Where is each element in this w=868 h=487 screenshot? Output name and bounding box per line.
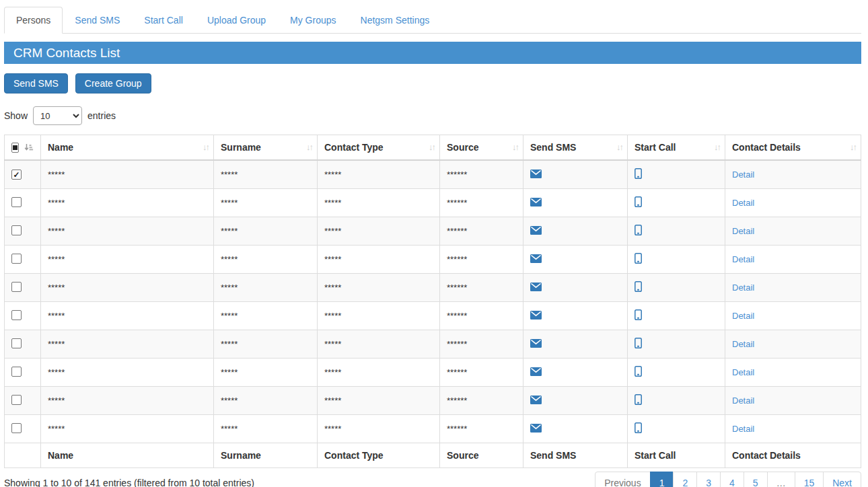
name-cell: ***** (41, 217, 214, 246)
pagination-page[interactable]: 2 (673, 472, 697, 487)
start-call-cell (628, 415, 725, 443)
phone-icon[interactable] (635, 422, 642, 433)
detail-link[interactable]: Detail (732, 339, 754, 349)
tab-upload-group[interactable]: Upload Group (195, 7, 278, 34)
email-icon[interactable] (530, 283, 542, 291)
phone-icon[interactable] (635, 309, 642, 320)
start-call-cell (628, 302, 725, 330)
row-checkbox[interactable] (11, 338, 22, 348)
surname-cell: ***** (214, 415, 318, 443)
detail-link[interactable]: Detail (732, 170, 754, 180)
phone-icon[interactable] (635, 253, 642, 264)
tab-my-groups[interactable]: My Groups (278, 7, 348, 34)
email-icon[interactable] (530, 226, 542, 235)
contact-details-cell: Detail (725, 246, 861, 274)
phone-icon[interactable] (635, 394, 642, 405)
row-checkbox[interactable] (11, 423, 22, 433)
row-checkbox[interactable] (11, 282, 22, 292)
footer-start-call: Start Call (628, 443, 725, 468)
pagination-next[interactable]: Next (823, 472, 861, 487)
tab-persons[interactable]: Persons (4, 7, 63, 34)
source-cell: ****** (440, 189, 523, 217)
source-cell: ****** (440, 217, 523, 246)
table-row: ***** ***** ***** ****** Detail (5, 160, 861, 189)
start-call-cell (628, 246, 725, 274)
phone-icon[interactable] (635, 366, 642, 377)
contact-type-cell: ***** (318, 330, 440, 359)
send-sms-cell (523, 246, 628, 274)
row-checkbox[interactable] (11, 395, 22, 405)
sort-icon: ↓↑ (616, 142, 622, 152)
table-row: ***** ***** ***** ****** Detail (5, 189, 861, 217)
row-checkbox[interactable] (11, 254, 22, 264)
detail-link[interactable]: Detail (732, 367, 754, 377)
row-checkbox[interactable] (11, 367, 22, 377)
header-name[interactable]: Name↓↑ (41, 135, 214, 161)
contact-type-cell: ***** (318, 189, 440, 217)
surname-cell: ***** (214, 246, 318, 274)
start-call-cell (628, 274, 725, 302)
detail-link[interactable]: Detail (732, 283, 754, 293)
sort-icon: ↓↑ (850, 142, 856, 152)
contact-details-cell: Detail (725, 359, 861, 387)
header-select-all[interactable] (5, 135, 41, 161)
header-source[interactable]: Source↓↑ (440, 135, 523, 161)
contact-details-cell: Detail (725, 160, 861, 189)
contact-type-cell: ***** (318, 160, 440, 189)
pagination-page[interactable]: 5 (744, 472, 768, 487)
surname-cell: ***** (214, 274, 318, 302)
phone-icon[interactable] (635, 225, 642, 235)
detail-link[interactable]: Detail (732, 198, 754, 208)
phone-icon[interactable] (635, 196, 642, 207)
detail-link[interactable]: Detail (732, 254, 754, 264)
create-group-button[interactable]: Create Group (75, 73, 151, 93)
row-select-cell (5, 160, 41, 189)
sort-icon: ↓↑ (714, 142, 720, 152)
tab-start-call[interactable]: Start Call (132, 7, 195, 34)
page-title: CRM Contacts List (4, 42, 861, 64)
entries-select[interactable]: 10 (33, 106, 82, 125)
pagination-page[interactable]: 1 (650, 472, 674, 487)
header-contact-type[interactable]: Contact Type↓↑ (318, 135, 440, 161)
send-sms-button[interactable]: Send SMS (4, 73, 68, 93)
source-cell: ****** (440, 274, 523, 302)
row-checkbox[interactable] (11, 310, 22, 320)
email-icon[interactable] (530, 170, 542, 178)
contact-type-cell: ***** (318, 387, 440, 415)
start-call-cell (628, 359, 725, 387)
email-icon[interactable] (530, 254, 542, 263)
detail-link[interactable]: Detail (732, 424, 754, 434)
email-icon[interactable] (530, 367, 542, 376)
tab-send-sms[interactable]: Send SMS (63, 7, 132, 34)
email-icon[interactable] (530, 396, 542, 404)
footer-source: Source (440, 443, 523, 468)
email-icon[interactable] (530, 311, 542, 320)
header-surname[interactable]: Surname↓↑ (214, 135, 318, 161)
pagination-previous[interactable]: Previous (595, 472, 650, 487)
email-icon[interactable] (530, 424, 542, 433)
pagination-page[interactable]: 4 (720, 472, 744, 487)
detail-link[interactable]: Detail (732, 226, 754, 236)
row-checkbox[interactable] (11, 197, 22, 207)
row-select-cell (5, 330, 41, 359)
name-cell: ***** (41, 189, 214, 217)
select-all-checkbox[interactable] (11, 143, 19, 153)
row-checkbox[interactable] (11, 225, 22, 235)
phone-icon[interactable] (635, 168, 642, 179)
phone-icon[interactable] (635, 281, 642, 292)
email-icon[interactable] (530, 339, 542, 348)
header-contact-details[interactable]: Contact Details↓↑ (725, 135, 861, 161)
header-send-sms[interactable]: Send SMS↓↑ (523, 135, 628, 161)
header-start-call[interactable]: Start Call↓↑ (628, 135, 725, 161)
tab-netgsm-settings[interactable]: Netgsm Settings (349, 7, 442, 34)
send-sms-cell (523, 359, 628, 387)
pagination-page[interactable]: 15 (795, 472, 824, 487)
detail-link[interactable]: Detail (732, 311, 754, 321)
footer-contact-details: Contact Details (725, 443, 861, 468)
sort-icon: ↓↑ (429, 142, 435, 152)
detail-link[interactable]: Detail (732, 396, 754, 406)
phone-icon[interactable] (635, 338, 642, 348)
pagination-page[interactable]: 3 (696, 472, 721, 487)
email-icon[interactable] (530, 198, 542, 207)
row-checkbox[interactable] (11, 170, 22, 180)
